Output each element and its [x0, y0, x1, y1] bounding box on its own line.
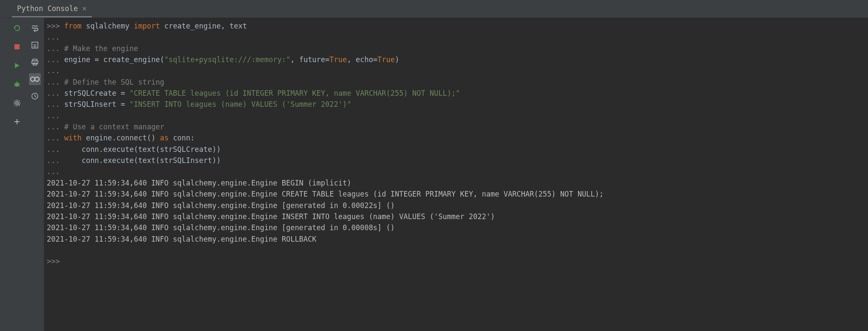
- string: "sqlite+pysqlite:///:memory:": [164, 55, 290, 64]
- debug-icon: [13, 80, 21, 88]
- softwrap-button[interactable]: [29, 22, 41, 34]
- code: ): [395, 55, 399, 64]
- comment: # Use a context manager: [64, 123, 164, 131]
- rerun-button[interactable]: [11, 22, 23, 34]
- svg-line-14: [14, 105, 15, 106]
- kw-from: from: [64, 22, 82, 30]
- cont: ...: [47, 55, 60, 64]
- comment: # Define the SQL string: [64, 78, 164, 86]
- prompt: >>>: [47, 22, 60, 30]
- cont: ...: [47, 156, 60, 165]
- code: , echo=: [347, 55, 377, 64]
- stop-button[interactable]: [11, 41, 23, 53]
- softwrap-icon: [31, 24, 39, 32]
- code: conn.execute(text(strSQLCreate)): [64, 145, 221, 154]
- settings-button[interactable]: [11, 97, 23, 109]
- svg-line-4: [19, 83, 20, 84]
- tab-python-console[interactable]: Python Console ×: [12, 0, 92, 17]
- run-icon: [14, 62, 20, 69]
- print-button[interactable]: [29, 56, 41, 68]
- cont: ...: [47, 78, 60, 86]
- cont: ...: [47, 100, 60, 108]
- run-button[interactable]: [11, 60, 23, 71]
- close-icon[interactable]: ×: [82, 4, 87, 13]
- log-line: 2021-10-27 11:59:34,640 INFO sqlalchemy.…: [47, 177, 868, 188]
- code: , future=: [290, 55, 329, 64]
- kw-import: import: [134, 22, 160, 30]
- bool: True: [329, 55, 347, 64]
- svg-line-6: [19, 86, 20, 86]
- debug-button[interactable]: [11, 78, 23, 90]
- add-button[interactable]: [11, 116, 23, 128]
- scroll-to-end-button[interactable]: [29, 39, 41, 51]
- code: engine = create_engine(: [64, 55, 164, 64]
- svg-line-12: [14, 100, 15, 101]
- svg-point-1: [15, 83, 19, 87]
- svg-point-7: [16, 102, 18, 104]
- code: engine.connect(): [82, 134, 160, 142]
- show-variables-button[interactable]: [29, 73, 41, 85]
- log-line: 2021-10-27 11:59:34,640 INFO sqlalchemy.…: [47, 234, 868, 245]
- add-icon: [13, 118, 21, 126]
- svg-rect-0: [14, 44, 20, 49]
- history-icon: [31, 92, 39, 100]
- rerun-icon: [13, 24, 21, 32]
- left-gutter: vorites: [0, 18, 9, 331]
- tab-title: Python Console: [17, 4, 78, 13]
- toolbar-column-2: [26, 18, 44, 331]
- cont: ...: [47, 111, 60, 120]
- stop-icon: [14, 43, 20, 50]
- toolbar-column-1: [9, 18, 26, 331]
- cont: ...: [47, 89, 60, 97]
- bool: True: [377, 55, 395, 64]
- cont: ...: [47, 123, 60, 131]
- svg-line-5: [14, 86, 15, 86]
- cont: ...: [47, 145, 60, 154]
- string: "INSERT INTO leagues (name) VALUES ('Sum…: [130, 100, 352, 108]
- cont: ...: [47, 167, 60, 176]
- cont: ...: [47, 44, 60, 53]
- svg-line-15: [19, 100, 20, 101]
- inspect-icon: [30, 76, 40, 83]
- tab-bar: Python Console ×: [0, 0, 868, 18]
- string: "CREATE TABLE leagues (id INTEGER PRIMAR…: [130, 89, 460, 97]
- svg-point-25: [35, 77, 39, 81]
- cont: ...: [47, 33, 60, 41]
- svg-rect-22: [32, 61, 38, 64]
- svg-line-29: [35, 96, 36, 97]
- text: sqlalchemy: [82, 22, 134, 30]
- kw-with: with: [64, 134, 82, 142]
- history-button[interactable]: [29, 90, 41, 102]
- log-line: 2021-10-27 11:59:34,640 INFO sqlalchemy.…: [47, 222, 868, 233]
- prompt: >>>: [47, 257, 60, 265]
- log-line: 2021-10-27 11:59:34,640 INFO sqlalchemy.…: [47, 211, 868, 222]
- code: conn.execute(text(strSQLInsert)): [64, 156, 221, 165]
- log-line: 2021-10-27 11:59:34,640 INFO sqlalchemy.…: [47, 188, 868, 200]
- kw-as: as: [160, 134, 168, 142]
- comment: # Make the engine: [64, 44, 138, 53]
- print-icon: [31, 58, 39, 66]
- code: strSQLCreate =: [64, 89, 130, 97]
- scroll-to-end-icon: [31, 41, 39, 49]
- svg-line-3: [14, 83, 15, 84]
- log-line: 2021-10-27 11:59:34,640 INFO sqlalchemy.…: [47, 200, 868, 211]
- svg-point-24: [31, 77, 35, 81]
- text: create_engine, text: [160, 22, 247, 30]
- code: strSQLInsert =: [64, 100, 130, 108]
- code: conn:: [169, 134, 195, 142]
- console-output[interactable]: >>> from sqlalchemy import create_engine…: [44, 18, 868, 331]
- settings-icon: [13, 99, 21, 107]
- cont: ...: [47, 66, 60, 75]
- cont: ...: [47, 134, 60, 142]
